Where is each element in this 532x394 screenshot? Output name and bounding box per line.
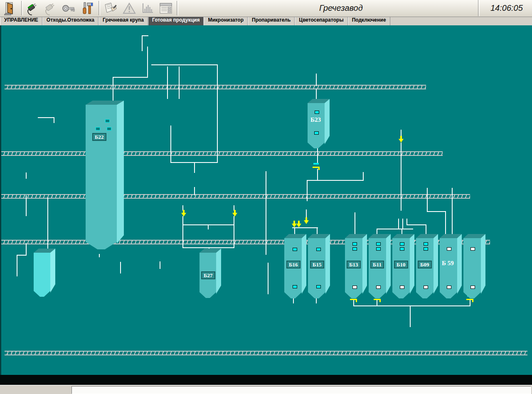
key-button[interactable] xyxy=(60,1,77,15)
pipe-line xyxy=(307,180,364,181)
pipe-line xyxy=(410,305,411,327)
level-sensor xyxy=(400,242,404,246)
silo-b11-label: Б11 xyxy=(370,261,384,268)
journal-button[interactable] xyxy=(102,1,118,15)
silo-b13-label: Б13 xyxy=(347,261,361,268)
flow-arrow xyxy=(304,217,309,224)
status-field xyxy=(71,386,531,394)
disconnect-plug-icon xyxy=(43,1,57,15)
tab-5[interactable]: Микронизатор xyxy=(204,17,248,25)
level-sensor xyxy=(424,242,428,246)
pipe-line xyxy=(142,35,143,51)
tab-8[interactable]: Подключение xyxy=(348,17,390,25)
level-sensor xyxy=(314,131,319,135)
tab-bar: УПРАВЛЕНИЕОтходы.ОтволожкаГречневая круп… xyxy=(0,17,532,26)
silo-b59-label: Б 59 xyxy=(442,260,454,267)
exit-door-icon xyxy=(4,1,18,15)
pipe-line xyxy=(452,188,453,237)
pipe-line xyxy=(427,188,428,212)
pipe-line xyxy=(151,64,218,65)
level-sensor xyxy=(316,285,321,288)
conveyor-line xyxy=(5,85,426,89)
level-sensor xyxy=(376,247,381,251)
level-sensor xyxy=(424,247,428,251)
scada-window: Гречезавод 14:06:05 УПРАВЛЕНИЕОтходы.Отв… xyxy=(0,0,532,394)
status-bar xyxy=(0,385,532,394)
connect-button[interactable] xyxy=(24,1,41,15)
flow-arrow xyxy=(181,210,186,217)
report-button[interactable] xyxy=(158,1,174,15)
tab-7[interactable]: Цветосепараторы xyxy=(295,17,347,25)
pipe-line xyxy=(377,229,413,229)
pipe-line xyxy=(234,216,234,248)
pipe-line xyxy=(427,211,446,212)
pipe-line xyxy=(26,243,27,256)
toolbar-separator xyxy=(21,1,23,15)
silo-b23[interactable] xyxy=(308,99,330,151)
silo-b15-label: Б15 xyxy=(310,261,324,268)
level-sensor xyxy=(352,286,357,289)
pipe-line xyxy=(26,195,27,216)
report-icon xyxy=(158,1,173,15)
conveyor-line xyxy=(1,151,443,156)
level-sensor xyxy=(96,127,100,131)
silo-b59[interactable] xyxy=(440,234,463,301)
silo-b22-label: Б22 xyxy=(92,133,106,141)
level-sensor xyxy=(376,242,381,246)
warning-icon xyxy=(122,1,136,15)
pipe-line xyxy=(160,261,160,269)
pipe-line xyxy=(398,219,399,229)
mimic-canvas: Б22Б23Б27Б16Б15Б13Б11Б10Б09Б 59 xyxy=(0,25,532,375)
pipe-line xyxy=(208,224,209,229)
slide-gate[interactable] xyxy=(313,163,321,172)
plant-title: Гречезавод xyxy=(319,3,363,13)
silo-b22[interactable] xyxy=(86,101,125,252)
pipe-line xyxy=(406,219,407,224)
journal-icon xyxy=(103,1,118,15)
flow-arrow xyxy=(399,136,404,143)
level-sensor xyxy=(107,127,111,131)
pipe-line xyxy=(316,74,317,86)
tab-2[interactable]: Отходы.Отволожка xyxy=(42,17,99,25)
pipe-line xyxy=(179,66,180,99)
pipe-line xyxy=(142,35,148,36)
tools-button[interactable] xyxy=(79,1,96,15)
disconnect-button[interactable] xyxy=(42,1,59,15)
pipe-line xyxy=(353,305,470,306)
exit-button[interactable] xyxy=(2,1,19,15)
tab-6[interactable]: Пропариватель xyxy=(248,17,295,25)
tab-3[interactable]: Гречневая крупа xyxy=(99,17,148,25)
flow-arrow xyxy=(232,210,237,217)
conveyor-line xyxy=(1,194,470,199)
silo-b09-label: Б09 xyxy=(418,261,432,268)
level-sensor xyxy=(293,248,297,251)
pipe-line xyxy=(47,198,48,250)
tab-1[interactable]: УПРАВЛЕНИЕ xyxy=(0,17,42,25)
pipe-line xyxy=(402,219,403,229)
pipe-line xyxy=(316,89,317,100)
alarms-button[interactable] xyxy=(121,1,138,15)
clock-separator xyxy=(478,0,480,16)
silo-b10-label: Б10 xyxy=(394,261,408,268)
pipe-line xyxy=(363,172,364,181)
level-sensor xyxy=(376,286,381,289)
toolbar-separator xyxy=(99,1,100,15)
pipe-line xyxy=(38,117,54,118)
level-sensor xyxy=(424,286,428,289)
level-sensor xyxy=(315,111,319,114)
pipe-line xyxy=(120,262,121,273)
pipe-line xyxy=(113,77,113,102)
toolbar: Гречезавод 14:06:05 xyxy=(0,0,532,17)
pipe-line xyxy=(17,255,17,276)
key-icon xyxy=(61,1,76,15)
level-sensor xyxy=(105,119,110,123)
level-sensor xyxy=(470,247,475,251)
toolbar-separator xyxy=(177,1,178,15)
trends-button[interactable] xyxy=(139,1,156,15)
tab-4[interactable]: Готовая продукция xyxy=(148,17,204,26)
pipe-line xyxy=(113,77,148,78)
level-sensor xyxy=(293,285,297,288)
silo-othody[interactable] xyxy=(34,249,56,299)
silo-last[interactable] xyxy=(463,234,486,301)
silo-b16-label: Б16 xyxy=(286,261,300,268)
